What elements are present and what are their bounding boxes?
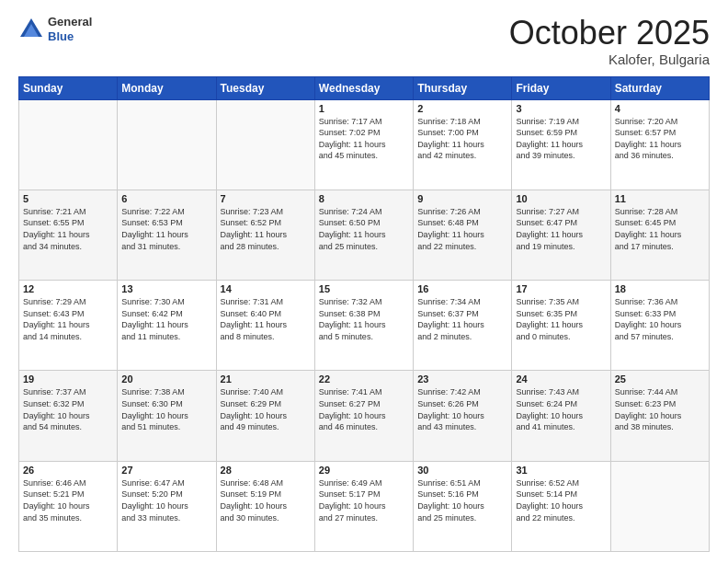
day-number: 12 bbox=[23, 283, 113, 294]
col-tuesday: Tuesday bbox=[216, 76, 314, 99]
day-info: Sunrise: 7:35 AM Sunset: 6:35 PM Dayligh… bbox=[516, 296, 606, 342]
table-cell: 2Sunrise: 7:18 AM Sunset: 7:00 PM Daylig… bbox=[414, 99, 512, 190]
day-number: 1 bbox=[319, 103, 409, 114]
day-number: 25 bbox=[615, 373, 705, 385]
table-cell: 12Sunrise: 7:29 AM Sunset: 6:43 PM Dayli… bbox=[19, 281, 118, 371]
day-info: Sunrise: 7:27 AM Sunset: 6:47 PM Dayligh… bbox=[516, 206, 606, 252]
table-cell: 28Sunrise: 6:48 AM Sunset: 5:19 PM Dayli… bbox=[216, 461, 314, 551]
day-info: Sunrise: 6:52 AM Sunset: 5:14 PM Dayligh… bbox=[516, 477, 606, 523]
table-cell: 18Sunrise: 7:36 AM Sunset: 6:33 PM Dayli… bbox=[610, 281, 709, 371]
day-info: Sunrise: 7:24 AM Sunset: 6:50 PM Dayligh… bbox=[319, 206, 409, 252]
day-number: 14 bbox=[221, 283, 311, 294]
day-number: 19 bbox=[23, 373, 113, 385]
table-cell: 21Sunrise: 7:40 AM Sunset: 6:29 PM Dayli… bbox=[216, 371, 314, 461]
calendar-table: Sunday Monday Tuesday Wednesday Thursday… bbox=[18, 76, 710, 552]
logo-text: General Blue bbox=[48, 15, 92, 43]
table-cell: 20Sunrise: 7:38 AM Sunset: 6:30 PM Dayli… bbox=[118, 371, 216, 461]
day-number: 2 bbox=[417, 103, 507, 114]
table-cell: 29Sunrise: 6:49 AM Sunset: 5:17 PM Dayli… bbox=[314, 461, 413, 551]
table-cell: 17Sunrise: 7:35 AM Sunset: 6:35 PM Dayli… bbox=[512, 281, 610, 371]
table-cell: 30Sunrise: 6:51 AM Sunset: 5:16 PM Dayli… bbox=[414, 461, 512, 551]
day-info: Sunrise: 7:32 AM Sunset: 6:38 PM Dayligh… bbox=[319, 296, 409, 342]
day-info: Sunrise: 7:40 AM Sunset: 6:29 PM Dayligh… bbox=[221, 386, 311, 432]
table-cell: 19Sunrise: 7:37 AM Sunset: 6:32 PM Dayli… bbox=[19, 371, 118, 461]
table-cell: 1Sunrise: 7:17 AM Sunset: 7:02 PM Daylig… bbox=[314, 99, 413, 190]
col-saturday: Saturday bbox=[610, 76, 709, 99]
day-info: Sunrise: 7:30 AM Sunset: 6:42 PM Dayligh… bbox=[121, 296, 211, 342]
day-info: Sunrise: 7:31 AM Sunset: 6:40 PM Dayligh… bbox=[221, 296, 311, 342]
table-cell: 22Sunrise: 7:41 AM Sunset: 6:27 PM Dayli… bbox=[314, 371, 413, 461]
day-number: 15 bbox=[319, 283, 409, 294]
day-number: 5 bbox=[23, 193, 113, 204]
col-sunday: Sunday bbox=[19, 76, 118, 99]
table-cell bbox=[216, 99, 314, 190]
table-cell: 27Sunrise: 6:47 AM Sunset: 5:20 PM Dayli… bbox=[118, 461, 216, 551]
day-number: 28 bbox=[221, 465, 311, 476]
day-number: 29 bbox=[319, 465, 409, 476]
table-cell: 23Sunrise: 7:42 AM Sunset: 6:26 PM Dayli… bbox=[414, 371, 512, 461]
day-info: Sunrise: 6:48 AM Sunset: 5:19 PM Dayligh… bbox=[221, 477, 311, 523]
day-number: 17 bbox=[516, 283, 606, 294]
week-row-4: 19Sunrise: 7:37 AM Sunset: 6:32 PM Dayli… bbox=[19, 371, 710, 461]
table-cell: 3Sunrise: 7:19 AM Sunset: 6:59 PM Daylig… bbox=[512, 99, 610, 190]
col-wednesday: Wednesday bbox=[314, 76, 413, 99]
page: General Blue October 2025 Kalofer, Bulga… bbox=[0, 0, 728, 563]
day-info: Sunrise: 7:43 AM Sunset: 6:24 PM Dayligh… bbox=[516, 386, 606, 432]
day-number: 16 bbox=[417, 283, 507, 294]
day-info: Sunrise: 6:47 AM Sunset: 5:20 PM Dayligh… bbox=[121, 477, 211, 523]
day-info: Sunrise: 7:17 AM Sunset: 7:02 PM Dayligh… bbox=[319, 116, 409, 162]
day-number: 18 bbox=[615, 283, 705, 294]
logo-blue: Blue bbox=[48, 29, 92, 44]
week-row-5: 26Sunrise: 6:46 AM Sunset: 5:21 PM Dayli… bbox=[19, 461, 710, 551]
day-info: Sunrise: 7:44 AM Sunset: 6:23 PM Dayligh… bbox=[615, 386, 705, 432]
table-cell: 6Sunrise: 7:22 AM Sunset: 6:53 PM Daylig… bbox=[118, 190, 216, 280]
day-info: Sunrise: 7:42 AM Sunset: 6:26 PM Dayligh… bbox=[417, 386, 507, 432]
month-title: October 2025 bbox=[509, 15, 710, 52]
day-number: 4 bbox=[615, 103, 705, 114]
table-cell: 13Sunrise: 7:30 AM Sunset: 6:42 PM Dayli… bbox=[118, 281, 216, 371]
day-info: Sunrise: 7:23 AM Sunset: 6:52 PM Dayligh… bbox=[221, 206, 311, 252]
table-cell bbox=[118, 99, 216, 190]
day-info: Sunrise: 7:28 AM Sunset: 6:45 PM Dayligh… bbox=[615, 206, 705, 252]
day-number: 3 bbox=[516, 103, 606, 114]
day-info: Sunrise: 7:21 AM Sunset: 6:55 PM Dayligh… bbox=[23, 206, 113, 252]
table-cell: 14Sunrise: 7:31 AM Sunset: 6:40 PM Dayli… bbox=[216, 281, 314, 371]
day-number: 30 bbox=[417, 465, 507, 476]
day-info: Sunrise: 6:51 AM Sunset: 5:16 PM Dayligh… bbox=[417, 477, 507, 523]
day-info: Sunrise: 7:22 AM Sunset: 6:53 PM Dayligh… bbox=[121, 206, 211, 252]
day-number: 9 bbox=[417, 193, 507, 204]
table-cell bbox=[610, 461, 709, 551]
day-info: Sunrise: 7:37 AM Sunset: 6:32 PM Dayligh… bbox=[23, 386, 113, 432]
logo-general: General bbox=[48, 15, 92, 29]
day-number: 7 bbox=[221, 193, 311, 204]
day-info: Sunrise: 6:49 AM Sunset: 5:17 PM Dayligh… bbox=[319, 477, 409, 523]
logo-icon bbox=[18, 17, 44, 42]
day-info: Sunrise: 7:38 AM Sunset: 6:30 PM Dayligh… bbox=[121, 386, 211, 432]
day-number: 31 bbox=[516, 465, 606, 476]
day-info: Sunrise: 7:41 AM Sunset: 6:27 PM Dayligh… bbox=[319, 386, 409, 432]
location: Kalofer, Bulgaria bbox=[509, 52, 710, 67]
table-cell: 4Sunrise: 7:20 AM Sunset: 6:57 PM Daylig… bbox=[610, 99, 709, 190]
col-thursday: Thursday bbox=[414, 76, 512, 99]
day-number: 6 bbox=[121, 193, 211, 204]
week-row-2: 5Sunrise: 7:21 AM Sunset: 6:55 PM Daylig… bbox=[19, 190, 710, 280]
table-cell: 16Sunrise: 7:34 AM Sunset: 6:37 PM Dayli… bbox=[414, 281, 512, 371]
week-row-1: 1Sunrise: 7:17 AM Sunset: 7:02 PM Daylig… bbox=[19, 99, 710, 190]
table-cell: 31Sunrise: 6:52 AM Sunset: 5:14 PM Dayli… bbox=[512, 461, 610, 551]
table-cell: 25Sunrise: 7:44 AM Sunset: 6:23 PM Dayli… bbox=[610, 371, 709, 461]
table-cell: 24Sunrise: 7:43 AM Sunset: 6:24 PM Dayli… bbox=[512, 371, 610, 461]
calendar-header-row: Sunday Monday Tuesday Wednesday Thursday… bbox=[19, 76, 710, 99]
day-info: Sunrise: 7:18 AM Sunset: 7:00 PM Dayligh… bbox=[417, 116, 507, 162]
day-info: Sunrise: 7:20 AM Sunset: 6:57 PM Dayligh… bbox=[615, 116, 705, 162]
day-info: Sunrise: 7:34 AM Sunset: 6:37 PM Dayligh… bbox=[417, 296, 507, 342]
day-number: 8 bbox=[319, 193, 409, 204]
day-info: Sunrise: 7:19 AM Sunset: 6:59 PM Dayligh… bbox=[516, 116, 606, 162]
day-info: Sunrise: 7:29 AM Sunset: 6:43 PM Dayligh… bbox=[23, 296, 113, 342]
day-number: 24 bbox=[516, 373, 606, 385]
week-row-3: 12Sunrise: 7:29 AM Sunset: 6:43 PM Dayli… bbox=[19, 281, 710, 371]
day-number: 13 bbox=[121, 283, 211, 294]
day-number: 26 bbox=[23, 465, 113, 476]
table-cell: 26Sunrise: 6:46 AM Sunset: 5:21 PM Dayli… bbox=[19, 461, 118, 551]
day-number: 10 bbox=[516, 193, 606, 204]
title-block: October 2025 Kalofer, Bulgaria bbox=[509, 15, 710, 67]
